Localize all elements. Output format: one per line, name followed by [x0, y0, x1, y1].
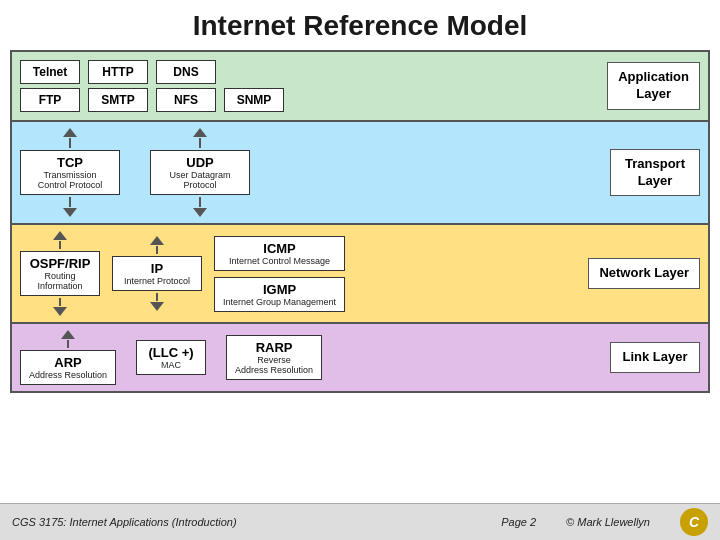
proto-ospfrip: OSPF/RIP RoutingInformation [20, 251, 100, 296]
footer: CGS 3175: Internet Applications (Introdu… [0, 503, 720, 540]
proto-snmp: SNMP [224, 88, 284, 112]
footer-right: Page 2 © Mark Llewellyn C [501, 508, 708, 536]
ip-arrow-up [150, 236, 164, 254]
udp-arrow-down [193, 197, 207, 217]
transport-layer: TCP TransmissionControl Protocol [10, 122, 710, 225]
tcp-group: TCP TransmissionControl Protocol [20, 128, 120, 217]
ospfrip-group: OSPF/RIP RoutingInformation [20, 231, 100, 316]
footer-copyright: © Mark Llewellyn [566, 516, 650, 528]
proto-telnet: Telnet [20, 60, 80, 84]
proto-nfs: NFS [156, 88, 216, 112]
app-row1: Telnet HTTP DNS [20, 60, 599, 84]
ip-arrow-down [150, 293, 164, 311]
proto-ftp: FTP [20, 88, 80, 112]
igmp-box: IGMP Internet Group Management [214, 277, 345, 312]
proto-udp: UDP User DatagramProtocol [150, 150, 250, 195]
icmp-igmp-group: ICMP Internet Control Message IGMP Inter… [214, 236, 345, 312]
footer-course: CGS 3175: Internet Applications (Introdu… [12, 516, 237, 528]
diagram-area: Telnet HTTP DNS FTP SMTP [0, 50, 720, 503]
proto-llc: (LLC +) MAC [136, 340, 206, 375]
tcp-arrow-up [63, 128, 77, 148]
footer-logo: C [680, 508, 708, 536]
network-layer: OSPF/RIP RoutingInformation IP [10, 225, 710, 324]
transport-layer-label: TransportLayer [610, 149, 700, 197]
page: Internet Reference Model Telnet HTTP DNS [0, 0, 720, 540]
link-layer-label: Link Layer [610, 342, 700, 373]
app-layer-label: ApplicationLayer [607, 62, 700, 110]
app-row2: FTP SMTP NFS SNMP [20, 88, 599, 112]
udp-group: UDP User DatagramProtocol [150, 128, 250, 217]
udp-arrow-up [193, 128, 207, 148]
icmp-box: ICMP Internet Control Message [214, 236, 345, 271]
tcp-arrow-down [63, 197, 77, 217]
application-layer: Telnet HTTP DNS FTP SMTP [10, 50, 710, 122]
proto-rarp: RARP ReverseAddress Resolution [226, 335, 322, 380]
link-layer: ARP Address Resolution (LLC +) MAC RARP [10, 324, 710, 393]
app-protocols: Telnet HTTP DNS FTP SMTP [20, 60, 599, 112]
page-title: Internet Reference Model [0, 0, 720, 50]
ospf-arrow-up [53, 231, 67, 249]
rarp-group: RARP ReverseAddress Resolution [226, 335, 322, 380]
arp-group: ARP Address Resolution [20, 330, 116, 385]
llc-group: (LLC +) MAC [136, 340, 206, 375]
link-protocols: ARP Address Resolution (LLC +) MAC RARP [20, 330, 602, 385]
proto-http: HTTP [88, 60, 148, 84]
proto-arp: ARP Address Resolution [20, 350, 116, 385]
footer-page: Page 2 [501, 516, 536, 528]
proto-tcp: TCP TransmissionControl Protocol [20, 150, 120, 195]
arp-arrow-up [61, 330, 75, 348]
transport-protocols: TCP TransmissionControl Protocol [20, 128, 602, 217]
proto-ip: IP Internet Protocol [112, 256, 202, 291]
proto-dns: DNS [156, 60, 216, 84]
ospf-arrow-down [53, 298, 67, 316]
ip-group: IP Internet Protocol [112, 236, 202, 311]
network-layer-label: Network Layer [588, 258, 700, 289]
proto-smtp: SMTP [88, 88, 148, 112]
network-protocols: OSPF/RIP RoutingInformation IP [20, 231, 580, 316]
